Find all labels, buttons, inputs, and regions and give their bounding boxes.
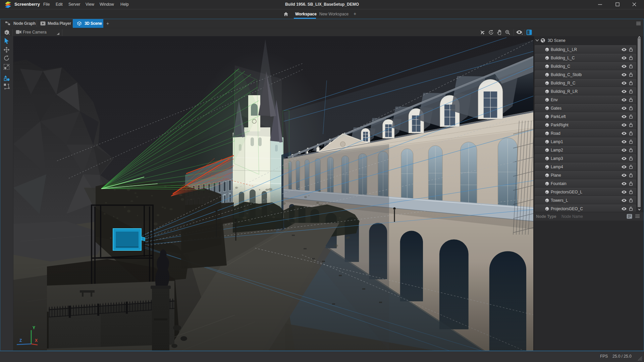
svg-text:X: X [35,338,38,343]
svg-text:Z: Z [19,338,22,343]
svg-text:Y: Y [33,325,35,330]
